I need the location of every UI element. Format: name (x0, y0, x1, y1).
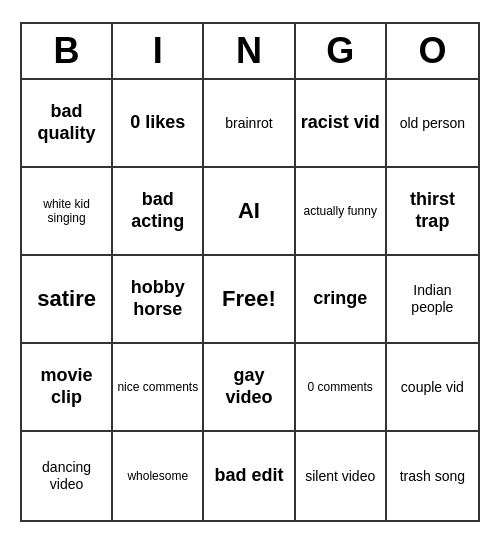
bingo-grid: bad quality0 likesbrainrotracist vidold … (22, 80, 478, 520)
bingo-cell: Free! (204, 256, 295, 344)
cell-text: couple vid (401, 379, 464, 396)
bingo-cell: AI (204, 168, 295, 256)
bingo-cell: 0 likes (113, 80, 204, 168)
cell-text: AI (238, 198, 260, 224)
bingo-cell: white kid singing (22, 168, 113, 256)
cell-text: racist vid (301, 112, 380, 134)
bingo-letter: N (204, 24, 295, 78)
bingo-cell: wholesome (113, 432, 204, 520)
cell-text: gay video (208, 365, 289, 408)
bingo-cell: nice comments (113, 344, 204, 432)
bingo-header: BINGO (22, 24, 478, 80)
cell-text: satire (37, 286, 96, 312)
bingo-cell: 0 comments (296, 344, 387, 432)
cell-text: bad edit (214, 465, 283, 487)
bingo-cell: Indian people (387, 256, 478, 344)
bingo-cell: racist vid (296, 80, 387, 168)
bingo-cell: old person (387, 80, 478, 168)
cell-text: 0 likes (130, 112, 185, 134)
cell-text: Free! (222, 286, 276, 312)
bingo-cell: bad edit (204, 432, 295, 520)
bingo-cell: movie clip (22, 344, 113, 432)
bingo-cell: brainrot (204, 80, 295, 168)
bingo-letter: O (387, 24, 478, 78)
cell-text: bad quality (26, 101, 107, 144)
bingo-cell: gay video (204, 344, 295, 432)
cell-text: 0 comments (308, 380, 373, 394)
bingo-cell: satire (22, 256, 113, 344)
bingo-letter: G (296, 24, 387, 78)
cell-text: bad acting (117, 189, 198, 232)
bingo-cell: bad quality (22, 80, 113, 168)
bingo-cell: hobby horse (113, 256, 204, 344)
cell-text: trash song (400, 468, 465, 485)
bingo-cell: bad acting (113, 168, 204, 256)
cell-text: white kid singing (26, 197, 107, 226)
cell-text: nice comments (117, 380, 198, 394)
cell-text: thirst trap (391, 189, 474, 232)
bingo-cell: thirst trap (387, 168, 478, 256)
bingo-card: BINGO bad quality0 likesbrainrotracist v… (20, 22, 480, 522)
cell-text: silent video (305, 468, 375, 485)
cell-text: old person (400, 115, 465, 132)
cell-text: Indian people (391, 282, 474, 316)
bingo-cell: trash song (387, 432, 478, 520)
bingo-letter: B (22, 24, 113, 78)
cell-text: wholesome (127, 469, 188, 483)
bingo-cell: actually funny (296, 168, 387, 256)
cell-text: actually funny (304, 204, 377, 218)
bingo-cell: dancing video (22, 432, 113, 520)
bingo-cell: cringe (296, 256, 387, 344)
cell-text: dancing video (26, 459, 107, 493)
cell-text: hobby horse (117, 277, 198, 320)
cell-text: cringe (313, 288, 367, 310)
cell-text: brainrot (225, 115, 272, 132)
cell-text: movie clip (26, 365, 107, 408)
bingo-cell: silent video (296, 432, 387, 520)
bingo-letter: I (113, 24, 204, 78)
bingo-cell: couple vid (387, 344, 478, 432)
